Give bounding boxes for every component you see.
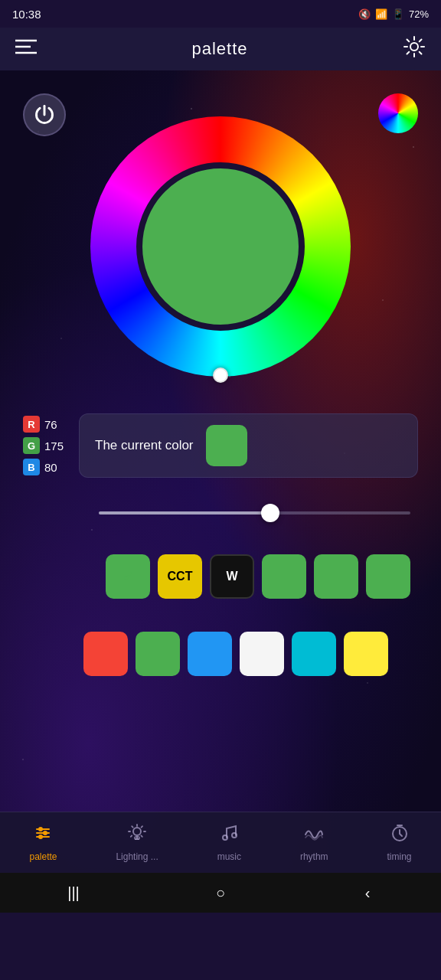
rhythm-icon [304,823,324,848]
r-badge: R 76 [23,416,64,433]
sys-nav-back[interactable]: ‹ [349,879,386,906]
current-color-swatch [206,425,247,466]
wifi-icon: 📶 [375,8,387,20]
power-button[interactable] [23,93,66,136]
mute-icon: 🔇 [358,8,371,20]
brightness-slider[interactable] [99,511,410,514]
r-label: R [23,416,40,433]
nav-label-lighting: Lighting ... [116,851,158,862]
main-area: R 76 G 175 B 80 The current color bright… [0,70,441,913]
nav-item-palette[interactable]: palette [21,817,64,868]
system-nav: ||| ○ ‹ [0,873,441,913]
selected-check-icon: ✔ [122,568,134,585]
color-wheel-center [136,162,305,331]
nav-label-music: music [217,851,241,862]
nav-label-timing: timing [387,851,412,862]
common-swatch-cct[interactable]: CCT [158,554,202,599]
cct-label: CCT [168,570,193,583]
g-value: 175 [44,439,64,452]
nav-label-palette: palette [29,851,57,862]
common-swatch-2[interactable] [314,554,358,599]
nav-item-music[interactable]: music [210,817,249,868]
rgb-badges: R 76 G 175 B 80 [23,416,64,475]
common-swatch-3[interactable] [366,554,410,599]
signal-icon: 📱 [392,8,404,20]
color-info-area: R 76 G 175 B 80 The current color [0,407,441,484]
w-label: W [226,570,237,583]
menu-icon[interactable] [15,38,37,60]
top-bar: palette [0,28,441,70]
svg-point-8 [43,831,47,835]
settings-icon[interactable] [403,35,426,63]
g-label: G [23,437,40,454]
sys-nav-home[interactable]: ○ [202,879,239,906]
common-swatch-1[interactable] [262,554,306,599]
svg-point-13 [223,835,227,840]
svg-point-9 [38,835,43,839]
svg-point-7 [38,827,43,831]
classic-swatch-yellow[interactable] [344,632,388,676]
common-swatch-green-selected[interactable]: ✔ [106,554,150,599]
classic-swatch-cyan[interactable] [292,632,336,676]
classic-swatch-red[interactable] [83,632,128,676]
color-wheel[interactable] [90,116,351,377]
classic-swatch-white[interactable] [240,632,284,676]
lighting-icon [127,823,147,848]
svg-point-14 [232,833,237,838]
wheel-selector-dot [213,368,228,383]
nav-item-rhythm[interactable]: rhythm [292,817,336,868]
page-title: palette [191,39,247,59]
common-swatch-w[interactable]: W [210,554,254,599]
nav-item-lighting[interactable]: Lighting ... [108,817,165,868]
color-wheel-area [0,70,441,407]
g-badge: G 175 [23,437,64,454]
r-value: 76 [44,418,57,431]
timing-icon [390,823,410,848]
nav-item-timing[interactable]: timing [380,817,420,868]
sys-nav-menu[interactable]: ||| [55,879,92,906]
b-label: B [23,459,40,475]
classic-swatch-green[interactable] [136,632,180,676]
brightness-thumb[interactable] [261,504,279,522]
status-time: 10:38 [12,8,41,21]
music-icon [219,823,239,848]
svg-point-3 [410,43,418,51]
b-badge: B 80 [23,459,64,475]
current-color-card: The current color [79,413,418,478]
battery-level: 72% [409,8,429,20]
svg-point-10 [133,828,141,835]
color-picker-small[interactable] [378,93,418,133]
status-bar: 10:38 🔇 📶 📱 72% [0,0,441,28]
b-value: 80 [44,461,57,474]
nav-label-rhythm: rhythm [300,851,328,862]
classic-swatch-blue[interactable] [188,632,232,676]
palette-icon [33,823,53,848]
bottom-nav: palette Lighting ... [0,812,441,873]
brightness-fill [99,511,270,514]
current-color-label: The current color [95,437,194,454]
status-icons: 🔇 📶 📱 72% [358,8,429,20]
